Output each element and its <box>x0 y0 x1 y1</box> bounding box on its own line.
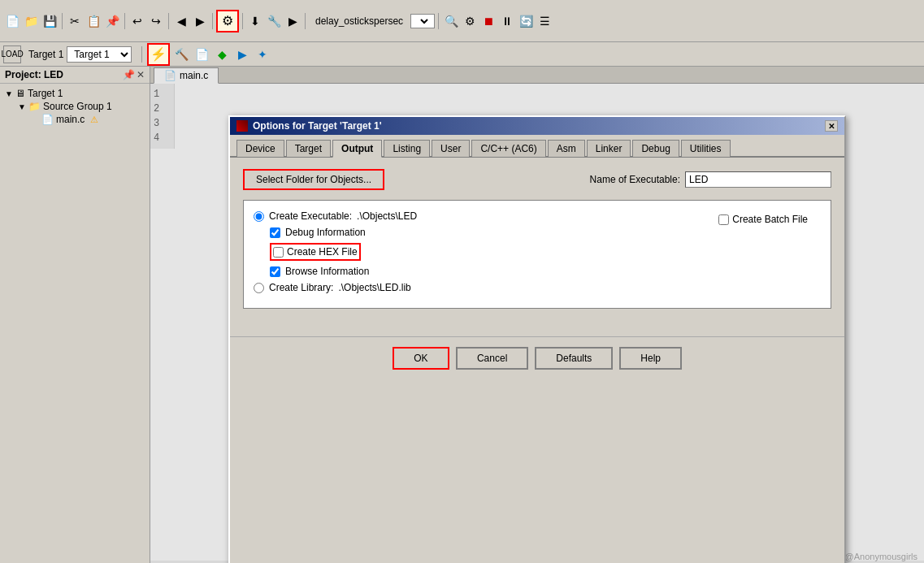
browse-info-row: Browse Information <box>270 266 417 277</box>
create-executable-row: Create Executable: .\Objects\LED <box>254 210 417 222</box>
debug-info-checkbox[interactable] <box>270 227 280 238</box>
create-library-label: Create Library: <box>269 282 333 293</box>
file-icon: 📄 <box>41 114 54 125</box>
project-label: Project: LED <box>5 69 63 80</box>
tab-asm[interactable]: Asm <box>548 140 585 157</box>
create-hex-label: Create HEX File <box>287 246 358 258</box>
help-button[interactable]: Help <box>619 347 682 370</box>
tab-utilities[interactable]: Utilities <box>681 140 731 157</box>
keil-icon <box>236 120 248 132</box>
forward-button[interactable]: ▶ <box>191 12 209 30</box>
tab-device[interactable]: Device <box>236 140 284 157</box>
create-library-path: .\Objects\LED.lib <box>338 282 410 293</box>
create-library-radio[interactable] <box>254 283 264 293</box>
tab-user[interactable]: User <box>432 140 470 157</box>
debug-info-row: Debug Information <box>270 227 417 238</box>
copy-icon[interactable]: 📄 <box>193 45 210 63</box>
target-select: Target 1 Target 1 <box>28 46 132 63</box>
flash-button[interactable]: ⬇ <box>246 12 264 30</box>
tab-linker[interactable]: Linker <box>587 140 631 157</box>
gem-icon[interactable]: ◆ <box>213 45 231 63</box>
second-toolbar: LOAD Target 1 Target 1 ⚡ 🔨 📄 ◆ ▶ ✦ <box>0 42 924 67</box>
source-group-label: Source Group 1 <box>43 101 112 112</box>
expand-arrow-source: ▼ <box>18 102 26 111</box>
exec-name-label: Name of Executable: <box>590 174 680 185</box>
tree-item-mainc[interactable]: ▷ 📄 main.c ⚠ <box>29 113 146 126</box>
search-icon[interactable]: ⚙ <box>461 12 479 30</box>
editor-area: 📄 main.c 1 2 3 4 Options for Target 'Tar… <box>150 67 924 563</box>
copy-button[interactable]: 📋 <box>85 12 102 30</box>
tree-item-source-group[interactable]: ▼ 📁 Source Group 1 <box>16 100 146 113</box>
left-top-controls: Select Folder for Objects... <box>243 169 384 190</box>
arrow-icon[interactable]: ▶ <box>233 45 251 63</box>
new-button[interactable]: 📄 <box>3 12 21 30</box>
create-executable-radio[interactable] <box>254 211 264 222</box>
sep7 <box>438 13 439 29</box>
options-dialog: Options for Target 'Target 1' ✕ Device T… <box>228 115 846 563</box>
menu-icon[interactable]: ☰ <box>536 12 553 30</box>
dialog-close-button[interactable]: ✕ <box>825 120 838 132</box>
sep6 <box>305 13 306 29</box>
sep2 <box>124 13 125 29</box>
top-dialog-row: Select Folder for Objects... Name of Exe… <box>243 169 831 190</box>
exec-name-input[interactable] <box>685 171 831 188</box>
load-icon[interactable]: LOAD <box>3 45 21 63</box>
target-dropdown[interactable]: Target 1 <box>67 46 132 63</box>
tab-listing[interactable]: Listing <box>384 140 430 157</box>
open-button[interactable]: 📁 <box>22 12 40 30</box>
tab-output[interactable]: Output <box>332 140 382 158</box>
select-folder-button[interactable]: Select Folder for Objects... <box>243 169 384 190</box>
options-for-target-button[interactable]: ⚡ <box>147 43 170 66</box>
dialog-footer: OK Cancel Defaults Help <box>230 336 844 379</box>
refresh-icon[interactable]: 🔄 <box>517 12 535 30</box>
dialog-title-text: Options for Target 'Target 1' <box>253 120 382 132</box>
debug-button[interactable]: ▶ <box>284 12 301 30</box>
flash2-button[interactable]: 🔧 <box>265 12 283 30</box>
toolbar-row-1: 📄 📁 💾 ✂ 📋 📌 ↩ ↪ ◀ ▶ ⚙ ⬇ 🔧 ▶ delay_ostick… <box>3 10 553 32</box>
sep8 <box>141 46 142 63</box>
expand-arrow-target1: ▼ <box>5 89 13 98</box>
ok-button[interactable]: OK <box>393 347 449 370</box>
back-button[interactable]: ◀ <box>172 12 190 30</box>
tab-debug[interactable]: Debug <box>632 140 679 157</box>
right-top-controls: Name of Executable: <box>590 171 831 188</box>
dialog-tabs: Device Target Output Listing User <box>230 135 844 158</box>
create-hex-checkbox[interactable] <box>273 247 284 258</box>
sidebar: Project: LED 📌 ✕ ▼ 🖥 Target 1 ▼ 📁 Source… <box>0 67 150 563</box>
star-icon[interactable]: ✦ <box>254 45 271 63</box>
dialog-title-left: Options for Target 'Target 1' <box>236 120 382 132</box>
cancel-button[interactable]: Cancel <box>456 347 528 370</box>
mainc-label: main.c <box>56 114 85 125</box>
paste-button[interactable]: 📌 <box>103 12 121 30</box>
defaults-button[interactable]: Defaults <box>535 347 613 370</box>
options-button[interactable]: ⚙ <box>216 10 239 32</box>
browse-info-checkbox[interactable] <box>270 266 280 277</box>
target1-label: Target 1 <box>28 88 63 99</box>
pause-icon[interactable]: ⏸ <box>498 12 516 30</box>
stop-icon[interactable]: ⏹ <box>479 12 497 30</box>
tab-cpp[interactable]: C/C++ (AC6) <box>471 140 545 157</box>
output-options-group: Create Executable: .\Objects\LED Debug I… <box>243 200 831 309</box>
redo-button[interactable]: ↪ <box>147 12 165 30</box>
create-hex-row: Create HEX File <box>270 243 417 261</box>
left-options: Create Executable: .\Objects\LED Debug I… <box>254 210 417 298</box>
main-toolbar: 📄 📁 💾 ✂ 📋 📌 ↩ ↪ ◀ ▶ ⚙ ⬇ 🔧 ▶ delay_ostick… <box>0 0 924 42</box>
create-batch-checkbox[interactable] <box>718 214 729 225</box>
build-icon[interactable]: 🔨 <box>172 45 190 63</box>
tree-item-target1[interactable]: ▼ 🖥 Target 1 <box>3 87 146 100</box>
tab-target[interactable]: Target <box>286 140 331 157</box>
pin-icon[interactable]: 📌 <box>123 69 135 80</box>
dialog-titlebar: Options for Target 'Target 1' ✕ <box>230 117 844 135</box>
close-sidebar-icon[interactable]: ✕ <box>137 69 145 80</box>
folder-icon: 📁 <box>28 101 41 112</box>
undo-button[interactable]: ↩ <box>128 12 146 30</box>
cut-button[interactable]: ✂ <box>66 12 84 30</box>
warning-icon: ⚠ <box>90 115 98 125</box>
target1-children: ▼ 📁 Source Group 1 ▷ 📄 main.c ⚠ <box>3 100 146 126</box>
create-library-row: Create Library: .\Objects\LED.lib <box>254 282 417 293</box>
hex-file-highlight: Create HEX File <box>270 243 361 261</box>
save-button[interactable]: 💾 <box>41 12 59 30</box>
sep5 <box>242 13 243 29</box>
project-dropdown[interactable] <box>414 15 431 27</box>
settings-icon[interactable]: 🔍 <box>442 12 460 30</box>
